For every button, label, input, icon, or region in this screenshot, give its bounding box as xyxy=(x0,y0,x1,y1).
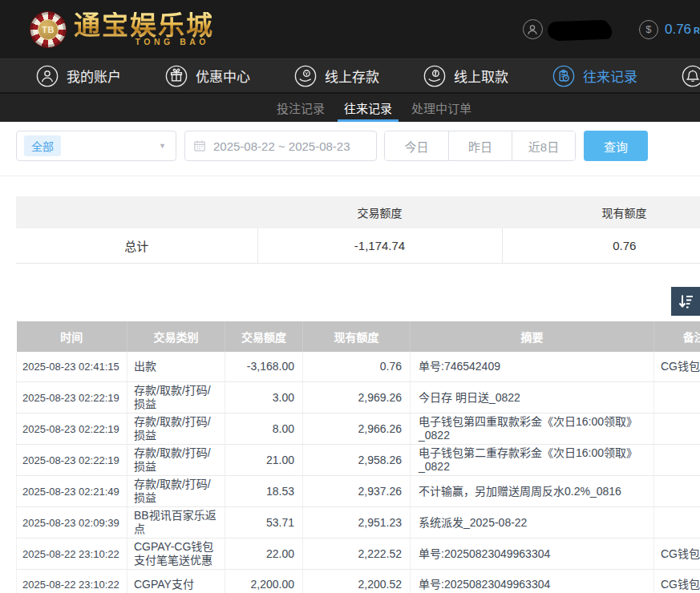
table-row: 2025-08-23 02:22:19存款/取款/打码/损益3.002,969.… xyxy=(17,382,700,413)
header-account-area: $ 0.76R xyxy=(523,19,700,39)
yesterday-button[interactable]: 昨日 xyxy=(448,131,512,160)
nav-item-transaction-records[interactable]: 往来记录 xyxy=(552,65,637,87)
site-logo[interactable]: TB 通宝娱乐城 TONG BAO xyxy=(30,12,214,47)
type-select[interactable]: 全部 ▼ xyxy=(16,131,176,161)
table-row: 2025-08-22 23:10:22CGPAY支付2,200.002,200.… xyxy=(17,570,700,593)
table-cell: BB视讯百家乐返点 xyxy=(127,507,225,539)
balance-amount: 0.76R xyxy=(665,22,700,38)
table-cell: 18.53 xyxy=(225,476,303,507)
table-cell: 2,951.23 xyxy=(303,507,411,539)
table-cell: 不计输赢，另加赠送周周反水0.2%_0816 xyxy=(411,476,654,507)
table-cell: 存款/取款/打码/损益 xyxy=(127,445,225,476)
table-cell: 2,937.26 xyxy=(303,476,411,507)
transactions-table: 时间交易类别交易额度现有额度摘要备注 2025-08-23 02:41:15出款… xyxy=(16,321,700,593)
table-row: 2025-08-23 02:21:49存款/取款/打码/损益18.532,937… xyxy=(17,476,700,507)
table-cell xyxy=(654,382,700,413)
table-cell: 2,958.26 xyxy=(303,445,411,476)
table-cell: 电子钱包第二重存款彩金《次日16:00领取》_0822 xyxy=(411,445,654,476)
table-row: 2025-08-23 02:22:19存款/取款/打码/损益8.002,966.… xyxy=(17,413,700,445)
table-cell: 2025-08-23 02:22:19 xyxy=(17,413,127,445)
table-cell xyxy=(654,507,700,539)
column-header: 备注 xyxy=(654,321,700,352)
column-header: 现有额度 xyxy=(303,321,411,352)
column-header: 交易额度 xyxy=(225,321,303,352)
table-cell: 单号:746542409 xyxy=(411,352,654,382)
page-content: 全部 ▼ 2025-08-22 ~ 2025-08-23 今日 昨日 近8日 查… xyxy=(0,131,700,593)
table-cell: 3.00 xyxy=(225,382,303,413)
table-cell: 0.76 xyxy=(303,352,411,382)
table-cell: 单号:20250823049963304 xyxy=(411,570,654,593)
dollar-icon: $ xyxy=(639,20,658,39)
tab-pending-orders[interactable]: 处理中订单 xyxy=(402,94,481,122)
bell-icon xyxy=(682,65,700,87)
table-cell xyxy=(654,413,700,445)
table-row: 2025-08-23 02:41:15出款-3,168.000.76单号:746… xyxy=(17,352,700,382)
calendar-icon xyxy=(193,139,206,152)
table-cell: 今日存 明日送_0822 xyxy=(411,382,654,413)
date-range-input[interactable]: 2025-08-22 ~ 2025-08-23 xyxy=(184,131,377,161)
tab-betting-records[interactable]: 投注记录 xyxy=(267,94,334,122)
sort-descending-button[interactable] xyxy=(671,287,700,316)
summary-table: 交易额度 现有额度 总计 -1,174.74 0.76 xyxy=(16,196,700,264)
nav-item-promotions[interactable]: 优惠中心 xyxy=(165,65,250,87)
chip-monogram: TB xyxy=(38,19,59,40)
records-icon xyxy=(552,65,575,87)
poker-chip-icon: TB xyxy=(30,12,66,47)
table-cell: 2,969.26 xyxy=(303,382,411,413)
table-row: 2025-08-23 02:09:39BB视讯百家乐返点53.712,951.2… xyxy=(17,507,700,539)
table-cell: 存款/取款/打码/损益 xyxy=(127,382,225,413)
main-navbar: 我的账户 优惠中心 线上存款 线上取款 往来记录 xyxy=(0,58,700,92)
column-header: 摘要 xyxy=(411,321,654,352)
user-avatar-icon xyxy=(523,19,543,39)
table-cell: -3,168.00 xyxy=(225,352,303,382)
sort-descending-icon xyxy=(676,292,695,311)
table-cell: 2025-08-22 23:10:22 xyxy=(17,539,127,570)
table-cell: 22.00 xyxy=(225,539,303,570)
balance-group[interactable]: $ 0.76R xyxy=(639,20,700,39)
column-header: 交易类别 xyxy=(127,321,225,352)
table-cell: 2,200.00 xyxy=(225,570,303,593)
table-cell: 存款/取款/打码/损益 xyxy=(127,476,225,507)
deposit-icon xyxy=(294,65,317,87)
table-cell: CGPAY支付 xyxy=(127,570,225,593)
nav-item-announcements[interactable]: 信息公告 xyxy=(682,65,700,87)
quick-date-buttons: 今日 昨日 近8日 xyxy=(384,131,576,161)
search-button[interactable]: 查询 xyxy=(584,131,648,161)
table-cell: 存款/取款/打码/损益 xyxy=(127,413,225,445)
date-range-value: 2025-08-22 ~ 2025-08-23 xyxy=(213,139,350,153)
nav-item-withdraw[interactable]: 线上取款 xyxy=(423,65,508,87)
gift-icon xyxy=(165,65,188,87)
table-cell: 单号:20250823049963304 xyxy=(411,539,654,570)
transactions-header-row: 时间交易类别交易额度现有额度摘要备注 xyxy=(17,321,700,352)
summary-header-row: 交易额度 现有额度 xyxy=(16,196,700,228)
record-subtabs: 投注记录 往来记录 处理中订单 xyxy=(0,92,700,122)
type-select-value: 全部 xyxy=(24,135,61,156)
redacted-username xyxy=(549,20,611,39)
table-cell: CG钱包 xyxy=(654,570,700,593)
chevron-down-icon: ▼ xyxy=(159,142,166,150)
logo-text: 通宝娱乐城 TONG BAO xyxy=(74,12,214,46)
summary-total-row: 总计 -1,174.74 0.76 xyxy=(16,228,700,263)
summary-transaction-amount: -1,174.74 xyxy=(257,228,502,263)
table-cell: 2025-08-23 02:22:19 xyxy=(17,445,127,476)
summary-header-transaction: 交易额度 xyxy=(257,196,502,228)
table-cell: CGPAY-CG钱包支付笔笔送优惠 xyxy=(127,539,225,570)
table-cell xyxy=(654,445,700,476)
summary-header-balance: 现有额度 xyxy=(502,196,700,228)
table-cell: 2025-08-23 02:41:15 xyxy=(17,352,127,382)
summary-current-balance: 0.76 xyxy=(502,228,700,263)
today-button[interactable]: 今日 xyxy=(385,131,448,160)
last-8-days-button[interactable]: 近8日 xyxy=(512,131,575,160)
table-cell: 21.00 xyxy=(225,445,303,476)
table-cell: 电子钱包第四重取款彩金《次日16:00领取》_0822 xyxy=(411,413,654,445)
summary-total-label: 总计 xyxy=(16,228,257,263)
table-cell: 2025-08-23 02:21:49 xyxy=(17,476,127,507)
tab-transaction-records[interactable]: 往来记录 xyxy=(334,94,402,122)
top-header: TB 通宝娱乐城 TONG BAO $ 0.76R xyxy=(0,0,700,58)
nav-item-my-account[interactable]: 我的账户 xyxy=(36,65,121,87)
filter-row: 全部 ▼ 2025-08-22 ~ 2025-08-23 今日 昨日 近8日 查… xyxy=(16,131,700,161)
table-row: 2025-08-23 02:22:19存款/取款/打码/损益21.002,958… xyxy=(17,445,700,476)
summary-header-empty xyxy=(16,196,257,228)
nav-item-deposit[interactable]: 线上存款 xyxy=(294,65,379,87)
table-cell: 2,966.26 xyxy=(303,413,411,445)
